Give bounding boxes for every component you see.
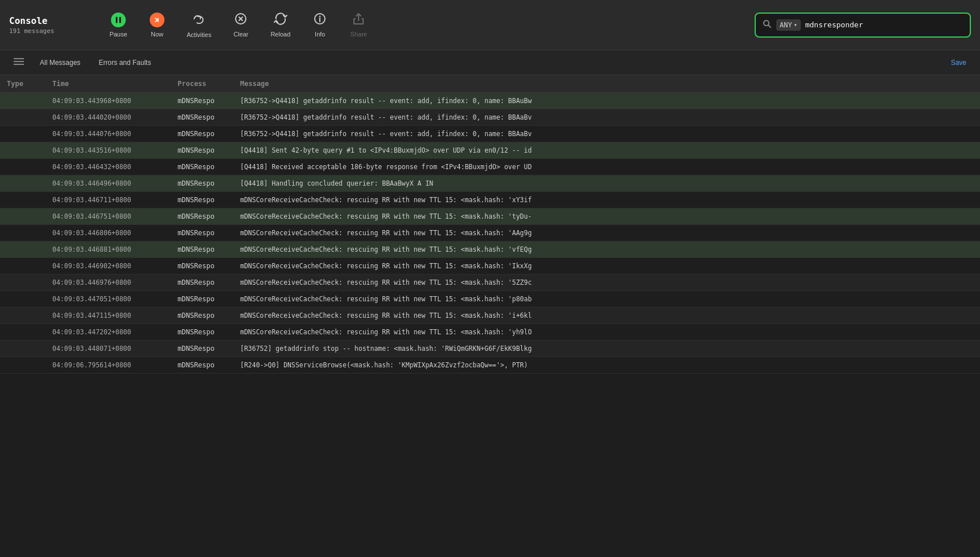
cell-message: mDNSCoreReceiveCacheCheck: rescuing RR w… — [233, 241, 980, 258]
table-row[interactable]: 04:09:03.448071+0800mDNSRespo[R36752] ge… — [0, 341, 980, 357]
cell-process: mDNSRespo — [171, 357, 233, 374]
cell-type — [0, 308, 46, 324]
cell-process: mDNSRespo — [171, 258, 233, 275]
cell-process: mDNSRespo — [171, 126, 233, 142]
share-label: Share — [351, 31, 367, 38]
cell-time: 04:09:03.446432+0800 — [46, 159, 171, 175]
reload-icon — [274, 12, 287, 27]
top-bar: Console 191 messages Pause Now — [0, 0, 980, 50]
cell-process: mDNSRespo — [171, 308, 233, 324]
cell-message: mDNSCoreReceiveCacheCheck: rescuing RR w… — [233, 275, 980, 291]
share-button[interactable]: Share — [340, 7, 377, 42]
search-filter-dropdown[interactable]: ANY ▾ — [776, 19, 801, 31]
activities-button[interactable]: Activities — [178, 7, 220, 43]
cell-message: [R240->Q0] DNSServiceBrowse(<mask.hash: … — [233, 357, 980, 374]
table-row[interactable]: 04:09:03.446751+0800mDNSRespomDNSCoreRec… — [0, 208, 980, 225]
table-row[interactable]: 04:09:03.443516+0800mDNSRespo[Q4418] Sen… — [0, 142, 980, 159]
table-row[interactable]: 04:09:03.444020+0800mDNSRespo[R36752->Q4… — [0, 109, 980, 126]
tab-all-messages[interactable]: All Messages — [33, 56, 87, 69]
cell-time: 04:09:03.443516+0800 — [46, 142, 171, 159]
cell-type — [0, 241, 46, 258]
cell-process: mDNSRespo — [171, 159, 233, 175]
search-filter-value: ANY — [780, 21, 792, 29]
now-button[interactable]: Now — [139, 8, 175, 42]
cell-message: mDNSCoreReceiveCacheCheck: rescuing RR w… — [233, 258, 980, 275]
table-row[interactable]: 04:09:03.446902+0800mDNSRespomDNSCoreRec… — [0, 258, 980, 275]
table-row[interactable]: 04:09:03.446496+0800mDNSRespo[Q4418] Han… — [0, 175, 980, 192]
cell-type — [0, 192, 46, 208]
save-button[interactable]: Save — [946, 56, 971, 69]
cell-process: mDNSRespo — [171, 291, 233, 308]
cell-message: mDNSCoreReceiveCacheCheck: rescuing RR w… — [233, 291, 980, 308]
log-table-container: Type Time Process Message 04:09:03.44396… — [0, 75, 980, 557]
table-row[interactable]: 04:09:03.446976+0800mDNSRespomDNSCoreRec… — [0, 275, 980, 291]
cell-message: [R36752->Q4418] getaddrinfo result -- ev… — [233, 93, 980, 109]
table-row[interactable]: 04:09:03.446711+0800mDNSRespomDNSCoreRec… — [0, 192, 980, 208]
cell-type — [0, 324, 46, 341]
cell-message: [Q4418] Received acceptable 186-byte res… — [233, 159, 980, 175]
cell-time: 04:09:03.443968+0800 — [46, 93, 171, 109]
pause-button[interactable]: Pause — [100, 8, 137, 42]
cell-message: mDNSCoreReceiveCacheCheck: rescuing RR w… — [233, 192, 980, 208]
cell-message: [R36752->Q4418] getaddrinfo result -- ev… — [233, 109, 980, 126]
search-input[interactable] — [805, 21, 963, 29]
table-row[interactable]: 04:09:03.444076+0800mDNSRespo[R36752->Q4… — [0, 126, 980, 142]
cell-type — [0, 208, 46, 225]
cell-type — [0, 109, 46, 126]
clear-icon — [234, 12, 248, 27]
cell-message: [Q4418] Sent 42-byte query #1 to <IPv4:B… — [233, 142, 980, 159]
cell-type — [0, 93, 46, 109]
clear-button[interactable]: Clear — [223, 7, 259, 42]
cell-time: 04:09:03.446902+0800 — [46, 258, 171, 275]
cell-time: 04:09:03.448071+0800 — [46, 341, 171, 357]
cell-time: 04:09:03.446881+0800 — [46, 241, 171, 258]
reload-button[interactable]: Reload — [261, 7, 299, 42]
activities-icon — [192, 12, 206, 28]
cell-time: 04:09:03.446751+0800 — [46, 208, 171, 225]
cell-message: mDNSCoreReceiveCacheCheck: rescuing RR w… — [233, 208, 980, 225]
info-label: Info — [315, 31, 325, 38]
svg-line-10 — [768, 25, 771, 27]
table-row[interactable]: 04:09:03.446881+0800mDNSRespomDNSCoreRec… — [0, 241, 980, 258]
cell-process: mDNSRespo — [171, 109, 233, 126]
toolbar: Pause Now Activities — [100, 7, 755, 43]
table-row[interactable]: 04:09:03.443968+0800mDNSRespo[R36752->Q4… — [0, 93, 980, 109]
clear-label: Clear — [233, 31, 248, 38]
pause-icon — [111, 13, 126, 27]
cell-process: mDNSRespo — [171, 175, 233, 192]
col-header-time: Time — [46, 75, 171, 93]
cell-time: 04:09:03.446806+0800 — [46, 225, 171, 241]
cell-time: 04:09:06.795614+0800 — [46, 357, 171, 374]
table-row[interactable]: 04:09:03.446806+0800mDNSRespomDNSCoreRec… — [0, 225, 980, 241]
cell-time: 04:09:03.446711+0800 — [46, 192, 171, 208]
cell-type — [0, 175, 46, 192]
cell-message: mDNSCoreReceiveCacheCheck: rescuing RR w… — [233, 308, 980, 324]
app-subtitle: 191 messages — [9, 27, 87, 35]
table-row[interactable]: 04:09:03.447115+0800mDNSRespomDNSCoreRec… — [0, 308, 980, 324]
cell-type — [0, 291, 46, 308]
cell-type — [0, 126, 46, 142]
search-icon — [763, 19, 772, 30]
info-button[interactable]: Info — [302, 7, 338, 42]
cell-type — [0, 275, 46, 291]
cell-type — [0, 159, 46, 175]
cell-message: [R36752->Q4418] getaddrinfo result -- ev… — [233, 126, 980, 142]
tab-errors-and-faults[interactable]: Errors and Faults — [92, 56, 158, 69]
table-row[interactable]: 04:09:03.446432+0800mDNSRespo[Q4418] Rec… — [0, 159, 980, 175]
activities-label: Activities — [187, 31, 211, 38]
table-row[interactable]: 04:09:03.447202+0800mDNSRespomDNSCoreRec… — [0, 324, 980, 341]
table-row[interactable]: 04:09:03.447051+0800mDNSRespomDNSCoreRec… — [0, 291, 980, 308]
cell-type — [0, 341, 46, 357]
svg-point-8 — [320, 17, 320, 17]
sidebar-toggle-button[interactable] — [9, 55, 28, 70]
cell-process: mDNSRespo — [171, 225, 233, 241]
cell-process: mDNSRespo — [171, 93, 233, 109]
table-header-row: Type Time Process Message — [0, 75, 980, 93]
reload-label: Reload — [270, 31, 290, 38]
table-row[interactable]: 04:09:06.795614+0800mDNSRespo[R240->Q0] … — [0, 357, 980, 374]
app-title-area: Console 191 messages — [9, 15, 100, 35]
cell-type — [0, 258, 46, 275]
cell-time: 04:09:03.447202+0800 — [46, 324, 171, 341]
cell-message: mDNSCoreReceiveCacheCheck: rescuing RR w… — [233, 324, 980, 341]
chevron-down-icon: ▾ — [794, 22, 797, 28]
